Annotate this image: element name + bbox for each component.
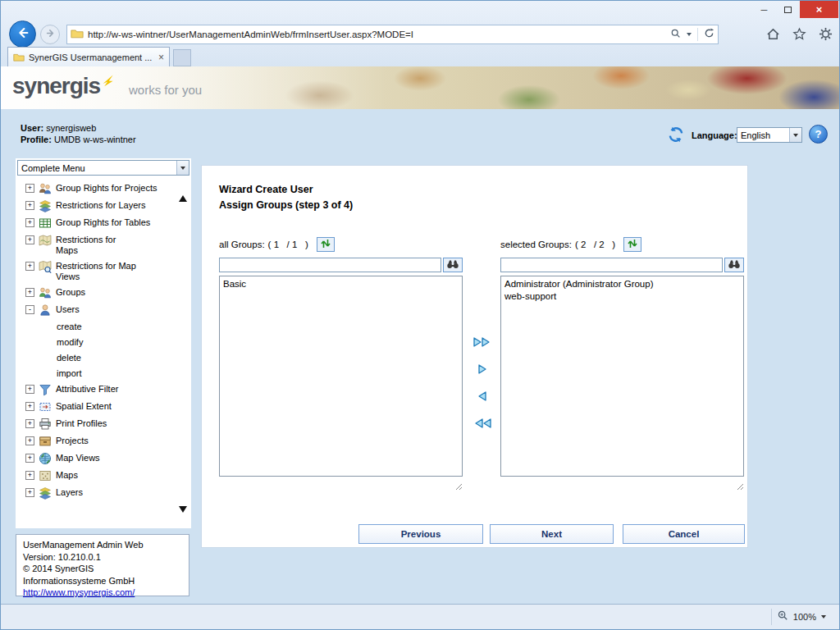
sidebar-item-delete[interactable]: delete bbox=[17, 349, 176, 365]
all-groups-search-button[interactable] bbox=[443, 258, 463, 272]
sidebar-item-label: Users bbox=[56, 304, 80, 315]
sidebar-item-print-profiles[interactable]: +Print Profiles bbox=[17, 415, 176, 432]
sidebar-item-spatial-extent[interactable]: +Spatial Extent bbox=[17, 398, 176, 415]
settings-gear-icon[interactable] bbox=[819, 27, 833, 44]
sidebar-item-label: Restrictions for Map Views bbox=[56, 260, 138, 282]
sidebar-item-map-views[interactable]: +Map Views bbox=[17, 450, 176, 467]
tree-scrollbar[interactable] bbox=[177, 180, 189, 522]
expand-box-icon[interactable]: + bbox=[25, 488, 34, 497]
sidebar-item-restrictions-for-maps[interactable]: +Restrictions for Maps bbox=[17, 231, 176, 258]
address-dropdown-icon[interactable] bbox=[687, 33, 692, 36]
sidebar-item-label: Groups bbox=[56, 286, 85, 298]
move-right-button[interactable] bbox=[470, 361, 495, 379]
list-item[interactable]: web-support bbox=[503, 290, 742, 303]
sidebar-item-label: Projects bbox=[56, 435, 89, 446]
selected-groups-search-input[interactable] bbox=[500, 258, 723, 272]
expand-box-icon[interactable]: + bbox=[25, 385, 34, 394]
language-select[interactable]: English bbox=[737, 127, 802, 143]
left-arrow-icon bbox=[472, 388, 493, 407]
address-bar[interactable]: http://w-ws-wintner/UserManagementAdminW… bbox=[66, 25, 719, 44]
cancel-button[interactable]: Cancel bbox=[623, 524, 745, 544]
selected-groups-label: selected Groups: bbox=[500, 240, 572, 249]
expand-box-icon[interactable]: + bbox=[25, 235, 34, 244]
groups-icon bbox=[39, 286, 52, 299]
expand-box-icon[interactable]: + bbox=[25, 262, 34, 271]
forward-arrow-icon bbox=[45, 27, 56, 42]
language-label: Language: bbox=[692, 130, 737, 140]
sidebar-item-create[interactable]: create bbox=[17, 318, 176, 334]
right-arrow-icon bbox=[472, 361, 493, 380]
reload-page-button[interactable] bbox=[667, 126, 685, 144]
expand-box-icon[interactable]: + bbox=[25, 471, 34, 480]
zoom-magnifier-icon bbox=[777, 609, 788, 624]
new-tab-button[interactable] bbox=[173, 49, 191, 66]
menu-mode-select[interactable]: Complete Menu bbox=[17, 160, 189, 176]
tab-close-icon[interactable]: × bbox=[158, 52, 164, 62]
next-button[interactable]: Next bbox=[490, 524, 614, 544]
expand-box-icon[interactable]: + bbox=[25, 402, 34, 411]
sidebar-item-maps[interactable]: +Maps bbox=[17, 467, 176, 484]
expand-box-icon[interactable]: + bbox=[25, 454, 34, 463]
collapse-box-icon[interactable]: - bbox=[25, 305, 34, 314]
scroll-up-icon[interactable] bbox=[179, 181, 188, 189]
move-left-button[interactable] bbox=[470, 388, 495, 406]
sidebar-item-groups[interactable]: +Groups bbox=[17, 284, 176, 301]
sidebar-item-users[interactable]: -Users bbox=[17, 301, 176, 318]
zoom-level: 100% bbox=[793, 612, 816, 622]
double-right-arrow-icon bbox=[472, 334, 493, 353]
move-all-right-button[interactable] bbox=[470, 334, 495, 352]
resize-handle[interactable] bbox=[455, 479, 463, 494]
zoom-control[interactable]: 100% bbox=[771, 609, 831, 625]
expand-box-icon[interactable]: + bbox=[25, 436, 34, 445]
favorites-star-icon[interactable] bbox=[792, 27, 806, 44]
search-icon[interactable] bbox=[670, 27, 681, 42]
selected-groups-list[interactable]: Administrator (Administrator Group)web-s… bbox=[500, 276, 744, 477]
expand-box-icon[interactable]: + bbox=[25, 218, 34, 227]
sidebar-item-attributive-filter[interactable]: +Attributive Filter bbox=[17, 381, 176, 398]
list-item[interactable]: Basic bbox=[221, 278, 460, 290]
expand-box-icon[interactable]: + bbox=[25, 288, 34, 297]
all-groups-list[interactable]: Basic bbox=[219, 276, 463, 477]
all-groups-sort-button[interactable] bbox=[317, 237, 335, 252]
sidebar-item-label: import bbox=[57, 368, 82, 379]
selected-groups-search-button[interactable] bbox=[724, 258, 744, 272]
app-banner: synergis works for you bbox=[1, 66, 839, 109]
list-item[interactable]: Administrator (Administrator Group) bbox=[503, 278, 742, 290]
folder-icon bbox=[71, 27, 84, 42]
sidebar-item-restrictions-for-layers[interactable]: +Restrictions for Layers bbox=[17, 197, 176, 214]
sidebar-item-import[interactable]: import bbox=[17, 365, 176, 381]
resize-handle[interactable] bbox=[737, 479, 744, 494]
refresh-icon[interactable] bbox=[704, 27, 714, 42]
sidebar-item-label: Attributive Filter bbox=[56, 383, 118, 395]
selected-groups-sort-button[interactable] bbox=[623, 237, 641, 252]
maximize-button[interactable] bbox=[776, 1, 800, 18]
browser-tab[interactable]: SynerGIS Usermanagement ... × bbox=[7, 47, 170, 66]
sidebar-item-group-rights-for-tables[interactable]: +Group Rights for Tables bbox=[17, 214, 176, 231]
sidebar-item-projects[interactable]: +Projects bbox=[17, 432, 176, 450]
synergis-link[interactable]: http://www.mysynergis.com/ bbox=[23, 587, 135, 597]
previous-button[interactable]: Previous bbox=[358, 524, 483, 544]
expand-box-icon[interactable]: + bbox=[25, 419, 34, 428]
help-button[interactable]: ? bbox=[809, 125, 828, 144]
back-button[interactable] bbox=[9, 21, 36, 48]
expand-box-icon[interactable]: + bbox=[25, 201, 34, 210]
binoculars-icon bbox=[446, 258, 459, 272]
wizard-title: Wizard Create User bbox=[219, 184, 313, 195]
sidebar-item-group-rights-for-projects[interactable]: +Group Rights for Projects bbox=[17, 180, 176, 197]
expand-box-icon[interactable]: + bbox=[25, 184, 34, 193]
all-groups-search-input[interactable] bbox=[219, 258, 441, 272]
minimize-button[interactable]: ─ bbox=[752, 1, 776, 18]
scroll-down-icon[interactable] bbox=[179, 513, 188, 520]
close-button[interactable]: × bbox=[800, 1, 838, 18]
forward-button[interactable] bbox=[40, 25, 60, 44]
language-value: English bbox=[737, 130, 789, 140]
move-all-left-button[interactable] bbox=[470, 415, 495, 433]
sidebar-item-layers[interactable]: +Layers bbox=[17, 484, 176, 501]
sidebar-item-modify[interactable]: modify bbox=[17, 334, 176, 349]
home-icon[interactable] bbox=[766, 27, 780, 44]
sidebar-item-label: Map Views bbox=[56, 452, 100, 463]
sidebar-item-label: Restrictions for Layers bbox=[56, 199, 145, 211]
sidebar-item-label: Group Rights for Tables bbox=[56, 217, 150, 228]
sidebar-item-restrictions-for-map-views[interactable]: +Restrictions for Map Views bbox=[17, 258, 176, 284]
url-text[interactable]: http://w-ws-wintner/UserManagementAdminW… bbox=[88, 30, 667, 39]
